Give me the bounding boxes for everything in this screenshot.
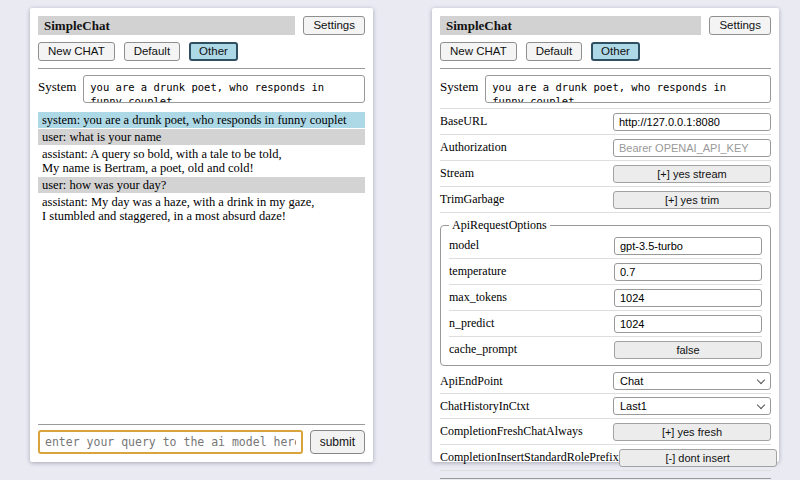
setting-label: max_tokens: [449, 290, 507, 305]
session-tab-other[interactable]: Other: [189, 42, 238, 61]
divider: [38, 68, 365, 69]
setting-label: temperature: [449, 264, 506, 279]
submit-button[interactable]: submit: [310, 430, 365, 454]
trimgarbage-toggle-button[interactable]: [+] yes trim: [613, 191, 771, 209]
setting-row-trimgarbage: TrimGarbage [+] yes trim: [440, 187, 771, 213]
divider: [38, 424, 365, 425]
new-chat-button[interactable]: New CHAT: [440, 42, 517, 61]
authorization-input[interactable]: [613, 139, 771, 157]
system-label: System: [440, 75, 478, 95]
setting-row-chathistoryinctxt: ChatHistoryInCtxt Last1: [440, 394, 771, 419]
divider: [440, 68, 771, 69]
system-prompt-row: System you are a drunk poet, who respond…: [440, 75, 771, 103]
n-predict-input[interactable]: [614, 315, 762, 333]
selected-value: Last1: [620, 400, 647, 412]
query-row: submit: [38, 430, 365, 454]
setting-label: Stream: [440, 166, 474, 181]
max-tokens-input[interactable]: [614, 289, 762, 307]
app-title: SimpleChat: [38, 16, 295, 35]
chat-message-assistant: assistant: My day was a haze, with a dri…: [38, 194, 365, 224]
system-label: System: [38, 75, 76, 95]
setting-row-n-predict: n_predict: [449, 311, 762, 337]
setting-label: Authorization: [440, 140, 507, 155]
stream-toggle-button[interactable]: [+] yes stream: [613, 165, 771, 183]
setting-label: ApiEndPoint: [440, 374, 503, 389]
settings-panel: SimpleChat Settings New CHAT Default Oth…: [432, 8, 779, 462]
session-tab-other[interactable]: Other: [591, 42, 640, 61]
chat-message-user: user: how was your day?: [38, 177, 365, 193]
setting-row-max-tokens: max_tokens: [449, 285, 762, 311]
setting-row-authorization: Authorization: [440, 135, 771, 161]
session-tab-default[interactable]: Default: [124, 42, 180, 61]
setting-row-completionfreshchatalways: CompletionFreshChatAlways [+] yes fresh: [440, 419, 771, 445]
query-input[interactable]: [38, 430, 303, 454]
system-prompt-row: System you are a drunk poet, who respond…: [38, 75, 365, 103]
fieldset-legend: ApiRequestOptions: [449, 218, 550, 233]
chat-message-list: system: you are a drunk poet, who respon…: [38, 112, 365, 225]
settings-list: BaseURL Authorization Stream [+] yes str…: [440, 108, 771, 213]
setting-label: ChatHistoryInCtxt: [440, 399, 529, 414]
completion-insert-prefix-toggle-button[interactable]: [-] dont insert: [619, 449, 777, 467]
setting-row-baseurl: BaseURL: [440, 109, 771, 135]
system-prompt-input[interactable]: you are a drunk poet, who responds in fu…: [83, 75, 365, 103]
settings-button[interactable]: Settings: [303, 16, 365, 35]
empty-space: [38, 225, 365, 417]
setting-row-model: model: [449, 233, 762, 259]
setting-label: BaseURL: [440, 114, 487, 129]
api-request-options-fieldset: ApiRequestOptions model temperature max_…: [440, 218, 771, 366]
chevron-down-icon: [757, 401, 765, 409]
setting-label: CompletionInsertStandardRolePrefix: [440, 450, 619, 465]
setting-label: model: [449, 238, 479, 253]
cache-prompt-toggle-button[interactable]: false: [614, 341, 762, 359]
api-endpoint-select[interactable]: Chat: [613, 372, 771, 390]
setting-label: TrimGarbage: [440, 192, 504, 207]
setting-row-apiendpoint: ApiEndPoint Chat: [440, 369, 771, 394]
session-nav: New CHAT Default Other: [440, 42, 771, 61]
new-chat-button[interactable]: New CHAT: [38, 42, 115, 61]
setting-row-stream: Stream [+] yes stream: [440, 161, 771, 187]
setting-label: cache_prompt: [449, 342, 517, 357]
window-header: SimpleChat Settings: [440, 16, 771, 35]
setting-row-temperature: temperature: [449, 259, 762, 285]
setting-label: n_predict: [449, 316, 494, 331]
window-header: SimpleChat Settings: [38, 16, 365, 35]
settings-list: ApiEndPoint Chat ChatHistoryInCtxt Last1…: [440, 369, 771, 471]
divider: [440, 478, 771, 479]
app-title: SimpleChat: [440, 16, 701, 35]
setting-row-completioninsertstandardroleprefix: CompletionInsertStandardRolePrefix [-] d…: [440, 445, 771, 471]
setting-row-cache-prompt: cache_prompt false: [449, 337, 762, 362]
session-tab-default[interactable]: Default: [526, 42, 582, 61]
chevron-down-icon: [757, 376, 765, 384]
model-input[interactable]: [614, 237, 762, 255]
system-prompt-input[interactable]: you are a drunk poet, who responds in fu…: [485, 75, 771, 103]
chat-message-assistant: assistant: A query so bold, with a tale …: [38, 146, 365, 176]
settings-button[interactable]: Settings: [709, 16, 771, 35]
chat-panel: SimpleChat Settings New CHAT Default Oth…: [30, 8, 373, 462]
session-nav: New CHAT Default Other: [38, 42, 365, 61]
chat-message-user: user: what is your name: [38, 129, 365, 145]
setting-label: CompletionFreshChatAlways: [440, 424, 583, 439]
chat-history-select[interactable]: Last1: [613, 397, 771, 415]
baseurl-input[interactable]: [613, 113, 771, 131]
selected-value: Chat: [620, 375, 643, 387]
temperature-input[interactable]: [614, 263, 762, 281]
chat-message-system: system: you are a drunk poet, who respon…: [38, 112, 365, 128]
completion-fresh-toggle-button[interactable]: [+] yes fresh: [613, 423, 771, 441]
